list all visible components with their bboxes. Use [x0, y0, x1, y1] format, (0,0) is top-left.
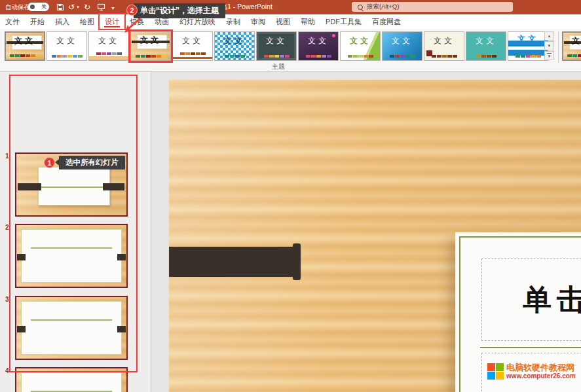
- title-placeholder-text: 单击此处添加标题: [523, 281, 581, 319]
- tab-设计[interactable]: 设计: [100, 14, 124, 29]
- theme-swatches: [508, 55, 548, 58]
- theme-label: 文文: [131, 36, 170, 44]
- windows-logo-icon: [487, 363, 504, 380]
- title-placeholder[interactable]: 单击此处添加标题: [481, 258, 581, 341]
- step1-tooltip: 选中所有幻灯片: [59, 156, 125, 169]
- tab-开始[interactable]: 开始: [25, 14, 50, 29]
- theme-thumbnail-10[interactable]: 文文: [382, 31, 422, 61]
- undo-icon: ↺: [68, 0, 75, 14]
- theme-thumbnail-2[interactable]: 文文: [47, 31, 87, 61]
- powerpoint-window: 自动保存 关 ↺ ▼ ↻ ▼ 演示: [0, 0, 581, 392]
- redo-icon: ↻: [84, 0, 90, 14]
- theme-thumbnail-11[interactable]: 文文: [424, 31, 464, 61]
- theme-label: 文文: [508, 35, 548, 43]
- title-bar: 自动保存 关 ↺ ▼ ↻ ▼ 演示: [0, 0, 581, 14]
- slide-editing-area[interactable]: 单击此处添加标题 单击此处添加副标题: [169, 80, 581, 392]
- tab-PDF工具集[interactable]: PDF工具集: [320, 14, 367, 29]
- theme-swatches: [6, 54, 44, 57]
- ribbon-design: 文文文文文文文文文文文文文文文文文文文文文文文文文文 ▲ ▼ ▼ 文文 主题: [0, 29, 581, 72]
- ribbon-tabs: 文件开始插入绘图设计切换动画幻灯片放映录制审阅视图帮助PDF工具集百度网盘: [0, 14, 581, 29]
- slide-number: 4: [5, 367, 13, 374]
- theme-label: 文文: [299, 37, 338, 45]
- tab-绘图[interactable]: 绘图: [75, 14, 100, 29]
- save-button[interactable]: [56, 0, 64, 14]
- slide-panel: 1234: [0, 72, 151, 392]
- theme-label: 文文: [257, 37, 296, 45]
- autosave-label: 自动保存: [5, 3, 30, 12]
- autosave-toggle[interactable]: 关: [28, 3, 49, 11]
- theme-swatches: [424, 55, 464, 58]
- variant-label: 文文: [563, 37, 581, 45]
- theme-thumbnail-9[interactable]: 文文: [340, 31, 381, 61]
- pin-icon: [332, 34, 335, 37]
- autosave-state: 关: [41, 4, 47, 10]
- theme-thumbnail-8[interactable]: 文文: [298, 31, 339, 61]
- variant-wood: 文文: [562, 31, 581, 61]
- theme-label: 文文: [466, 37, 506, 45]
- ribbon-separator: [558, 31, 559, 63]
- themes-group-label: 主题: [229, 62, 328, 71]
- step2-tooltip: 单击“设计”，选择主题: [134, 3, 225, 18]
- search-placeholder: 搜索(Alt+Q): [367, 3, 399, 11]
- frame-band-cap: [293, 243, 301, 280]
- slide-thumbnail-4[interactable]: [15, 367, 128, 392]
- slide-number: 1: [5, 152, 13, 160]
- customize-qat-icon: ▼: [111, 0, 115, 15]
- search-icon: [358, 5, 363, 10]
- theme-swatches: [383, 55, 422, 58]
- theme-swatches: [215, 55, 254, 58]
- arrow-to-design-icon: [122, 17, 144, 37]
- theme-label: 文文: [47, 37, 86, 45]
- toggle-dot-icon: [30, 5, 35, 9]
- theme-thumbnail-1[interactable]: 文文: [5, 31, 45, 61]
- tab-百度网盘[interactable]: 百度网盘: [367, 14, 406, 29]
- slide-thumbnail-2[interactable]: [15, 224, 128, 288]
- redo-button[interactable]: ↻: [84, 0, 90, 14]
- theme-label: 文文: [383, 37, 422, 45]
- theme-swatches: [47, 55, 86, 58]
- theme-thumbnail-5[interactable]: 文文: [172, 31, 213, 61]
- undo-dropdown-icon: ▼: [76, 0, 80, 14]
- undo-button[interactable]: ↺ ▼: [68, 0, 80, 14]
- frame-band: [169, 247, 294, 277]
- theme-label: 文文: [173, 37, 212, 45]
- slideshow-icon: [97, 3, 105, 11]
- theme-swatches: [131, 55, 170, 58]
- theme-swatches: [341, 55, 380, 58]
- theme-label: 文文: [215, 37, 254, 45]
- tab-文件[interactable]: 文件: [0, 14, 25, 29]
- theme-thumbnail-13[interactable]: 文文: [508, 31, 548, 61]
- slide-number: 3: [5, 296, 13, 303]
- theme-thumbnail-7[interactable]: 文文: [256, 31, 297, 61]
- variant-thumbnail[interactable]: 文文: [562, 31, 581, 61]
- theme-thumbnail-6[interactable]: 文文: [214, 31, 255, 61]
- theme-swatches: [466, 55, 506, 58]
- watermark: 电脑软硬件教程网 www.computer26.com: [487, 363, 576, 380]
- theme-label: 文文: [424, 37, 464, 45]
- customize-qat-button[interactable]: ▼: [109, 0, 115, 14]
- search-box[interactable]: 搜索(Alt+Q): [352, 2, 513, 12]
- theme-label: 文文: [89, 37, 128, 45]
- theme-swatches: [257, 55, 296, 58]
- variant-swatches: [563, 54, 581, 57]
- card-divider-line: [480, 347, 581, 348]
- watermark-site-name: 电脑软硬件教程网: [506, 363, 576, 372]
- start-slideshow-button[interactable]: [97, 0, 105, 14]
- theme-label: 文文: [6, 37, 44, 45]
- save-icon: [56, 3, 64, 11]
- slide-thumbnail-3[interactable]: [15, 296, 128, 360]
- gallery-scroll-down-icon[interactable]: ▼: [544, 41, 554, 50]
- tab-插入[interactable]: 插入: [50, 14, 75, 29]
- theme-label: 文文: [341, 37, 380, 45]
- theme-thumbnail-12[interactable]: 文文: [466, 31, 506, 61]
- tab-视图[interactable]: 视图: [271, 14, 295, 29]
- step2-badge: 2: [126, 5, 138, 16]
- theme-gallery: 文文文文文文文文文文文文文文文文文文文文文文文文文文: [5, 31, 548, 61]
- tab-帮助[interactable]: 帮助: [295, 14, 320, 29]
- watermark-url: www.computer26.com: [506, 372, 576, 380]
- slide-number: 2: [5, 224, 13, 231]
- theme-swatches: [299, 55, 338, 58]
- step1-badge: 1: [44, 157, 55, 168]
- tab-审阅[interactable]: 审阅: [246, 14, 271, 29]
- theme-swatches: [89, 52, 128, 55]
